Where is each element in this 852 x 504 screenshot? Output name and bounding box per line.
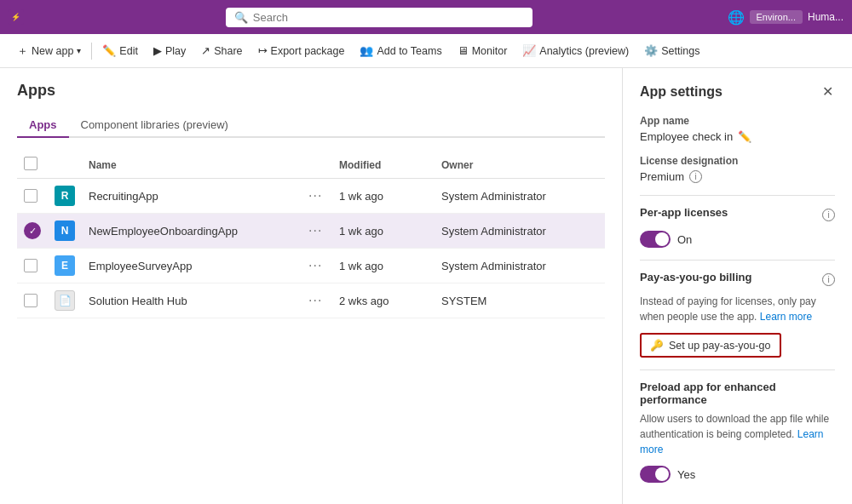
per-app-toggle[interactable] <box>640 231 671 248</box>
page-title: Apps <box>17 82 605 100</box>
preload-toggle-row: Yes <box>640 466 835 483</box>
app-name-label: App name <box>640 115 835 127</box>
select-all-checkbox[interactable] <box>24 157 37 170</box>
license-value: Premium i <box>640 170 835 183</box>
row-checkbox[interactable] <box>17 249 48 284</box>
top-bar: ⚡ 🔍 🌐 Environ... Huma... <box>0 0 852 34</box>
col-modified-header: Modified <box>332 152 435 179</box>
app-name-value: Employee check in ✏️ <box>640 130 835 143</box>
row-name: RecruitingApp <box>82 179 302 214</box>
play-button[interactable]: ▶ Play <box>147 41 193 60</box>
monitor-icon: 🖥 <box>458 44 469 57</box>
analytics-button[interactable]: 📈 Analytics (preview) <box>515 41 636 60</box>
plus-icon: ＋ <box>17 43 28 59</box>
per-app-label: Per-app licenses <box>640 206 728 219</box>
row-modified: 1 wk ago <box>332 249 435 284</box>
toolbar: ＋ New app ▾ ✏️ Edit ▶ Play ↗ Share ↦ Exp… <box>0 34 852 68</box>
app-icon: E <box>55 255 75 276</box>
preload-row: Preload app for enhanced performance All… <box>640 381 835 483</box>
license-label: License designation <box>640 155 835 167</box>
col-name-header: Name <box>82 152 302 179</box>
row-more[interactable]: ··· <box>302 214 332 249</box>
per-app-row: Per-app licenses i On <box>640 206 835 248</box>
settings-button[interactable]: ⚙️ Settings <box>637 41 706 60</box>
payg-learn-more[interactable]: Learn more <box>760 311 812 323</box>
table-row[interactable]: EEmployeeSurveyApp···1 wk agoSystem Admi… <box>17 249 605 284</box>
tab-apps[interactable]: Apps <box>17 113 69 138</box>
close-button[interactable]: ✕ <box>820 82 835 101</box>
more-icon[interactable]: ··· <box>308 188 322 203</box>
row-name: NewEmployeeOnboardingApp <box>82 214 302 249</box>
more-icon[interactable]: ··· <box>308 293 322 307</box>
col-owner-header: Owner <box>435 152 605 179</box>
row-owner: System Administrator <box>435 179 605 214</box>
edit-icon: ✏️ <box>102 44 116 57</box>
toggle-knob <box>655 232 669 246</box>
preload-desc: Allow users to download the app file whi… <box>640 411 835 457</box>
payg-row: Pay-as-you-go billing i Instead of payin… <box>640 271 835 358</box>
row-icon: E <box>48 249 82 284</box>
table-row[interactable]: 📄Solution Health Hub···2 wks agoSYSTEM <box>17 284 605 318</box>
play-icon: ▶ <box>153 44 162 57</box>
preload-toggle[interactable] <box>640 466 671 483</box>
content-area: Apps Apps Component libraries (preview) … <box>0 68 622 504</box>
more-icon[interactable]: ··· <box>308 258 322 272</box>
row-checkbox[interactable] <box>17 179 48 214</box>
row-checkbox-box[interactable] <box>24 189 37 203</box>
env-icon: 🌐 <box>728 9 745 26</box>
divider-3 <box>640 369 835 370</box>
table-row[interactable]: ✓NNewEmployeeOnboardingApp···1 wk agoSys… <box>17 214 605 249</box>
share-button[interactable]: ↗ Share <box>194 41 249 60</box>
app-icon: R <box>55 186 75 206</box>
search-icon: 🔍 <box>234 11 248 24</box>
row-checkbox[interactable] <box>17 284 48 318</box>
search-input[interactable] <box>253 11 524 24</box>
env-label: Environ... <box>750 10 803 24</box>
row-more[interactable]: ··· <box>302 284 332 318</box>
per-app-toggle-label: On <box>677 233 692 246</box>
apps-table: Name Modified Owner RRecruitingApp···1 w… <box>17 152 605 318</box>
row-checkbox[interactable]: ✓ <box>17 214 48 249</box>
tab-component-libraries[interactable]: Component libraries (preview) <box>69 113 240 138</box>
search-box: 🔍 <box>226 8 532 27</box>
payg-info-icon[interactable]: i <box>822 273 835 286</box>
new-app-button[interactable]: ＋ New app ▾ <box>10 40 88 62</box>
power-apps-logo: ⚡ <box>9 9 24 25</box>
export-button[interactable]: ↦ Export package <box>251 41 352 60</box>
app-icon: N <box>55 220 75 241</box>
row-more[interactable]: ··· <box>302 179 332 214</box>
settings-icon: ⚙️ <box>644 44 658 57</box>
chevron-down-icon: ▾ <box>77 46 81 55</box>
selected-check: ✓ <box>24 222 41 239</box>
license-row: License designation Premium i <box>640 155 835 183</box>
row-checkbox-box[interactable] <box>24 259 37 272</box>
col-icon-header <box>48 152 82 179</box>
license-info-icon[interactable]: i <box>689 170 702 183</box>
per-app-toggle-row: On <box>640 231 835 248</box>
per-app-info-icon[interactable]: i <box>822 209 835 221</box>
row-more[interactable]: ··· <box>302 249 332 284</box>
payg-desc: Instead of paying for licenses, only pay… <box>640 294 835 324</box>
app-name-row: App name Employee check in ✏️ <box>640 115 835 143</box>
row-icon: N <box>48 214 82 249</box>
analytics-icon: 📈 <box>522 44 536 57</box>
table-row[interactable]: RRecruitingApp···1 wk agoSystem Administ… <box>17 179 605 214</box>
monitor-button[interactable]: 🖥 Monitor <box>451 41 515 60</box>
setup-payg-button[interactable]: 🔑 Set up pay-as-you-go <box>640 333 781 358</box>
tabs: Apps Component libraries (preview) <box>17 113 605 138</box>
more-icon[interactable]: ··· <box>308 223 322 238</box>
toggle-knob-preload <box>655 467 669 481</box>
top-bar-right: 🌐 Environ... Huma... <box>728 9 843 26</box>
row-checkbox-box[interactable] <box>24 294 37 307</box>
payg-key-icon: 🔑 <box>650 339 664 352</box>
export-icon: ↦ <box>258 44 268 57</box>
preload-label: Preload app for enhanced performance <box>640 381 835 406</box>
app-name-edit-icon[interactable]: ✏️ <box>738 130 751 143</box>
teams-button[interactable]: 👥 Add to Teams <box>353 41 448 60</box>
main-layout: Apps Apps Component libraries (preview) … <box>0 68 852 504</box>
app-icon: 📄 <box>55 290 75 311</box>
row-icon: R <box>48 179 82 214</box>
row-name: Solution Health Hub <box>82 284 302 318</box>
share-icon: ↗ <box>201 44 210 57</box>
edit-button[interactable]: ✏️ Edit <box>95 41 145 60</box>
